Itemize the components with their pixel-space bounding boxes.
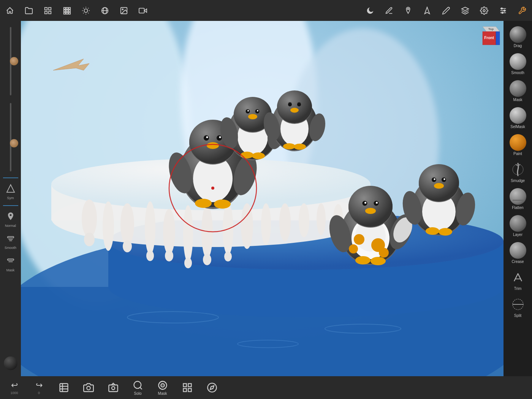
layers-button[interactable]: [459, 5, 471, 17]
camera2-icon: [108, 382, 119, 393]
drag-tool[interactable]: Drag: [505, 24, 531, 50]
sidebar-divider: [3, 177, 18, 178]
normal-icon: [6, 212, 15, 223]
svg-point-131: [376, 202, 378, 204]
selmask-label: SelMask: [510, 125, 525, 129]
svg-point-109: [252, 152, 265, 159]
svg-point-105: [248, 114, 257, 119]
sliders-button[interactable]: [497, 5, 509, 17]
crease-sphere: [510, 242, 526, 259]
normal-label: Normal: [5, 224, 16, 228]
camera2-button[interactable]: [104, 382, 122, 393]
flatten-label: Flatten: [512, 206, 524, 210]
video-button[interactable]: [137, 5, 149, 17]
environment-button[interactable]: [99, 5, 111, 17]
canvas-area[interactable]: [21, 21, 504, 376]
svg-point-132: [365, 208, 376, 214]
svg-point-70: [261, 203, 271, 245]
trim-tool[interactable]: Trim: [505, 267, 531, 293]
redo-count: 0: [38, 391, 40, 395]
grid-bottom-button[interactable]: [179, 382, 196, 393]
svg-rect-28: [139, 8, 144, 13]
svg-point-177: [161, 383, 164, 387]
svg-point-65: [163, 209, 175, 255]
sym-tool[interactable]: Sym: [1, 181, 20, 202]
svg-point-117: [290, 108, 299, 113]
svg-point-155: [439, 228, 452, 236]
paint-label: Paint: [513, 152, 522, 156]
svg-marker-39: [7, 185, 14, 192]
svg-point-103: [247, 110, 249, 112]
split-tool[interactable]: Split: [505, 294, 531, 320]
svg-line-175: [140, 387, 142, 389]
camera-button[interactable]: [80, 382, 97, 393]
canvas-background: [21, 21, 504, 376]
grid-button[interactable]: [61, 5, 73, 17]
smudge-tool[interactable]: Smudge: [505, 159, 531, 185]
svg-marker-27: [144, 9, 147, 12]
selmask-tool[interactable]: SelMask: [505, 105, 531, 131]
mask-bottom-label: Mask: [158, 391, 167, 396]
mask-tool[interactable]: Mask: [505, 78, 531, 104]
svg-point-76: [123, 240, 132, 252]
trim-label: Trim: [514, 287, 522, 291]
darkmode-button[interactable]: [364, 5, 376, 17]
svg-line-21: [88, 8, 89, 8]
svg-rect-172: [109, 385, 117, 392]
svg-point-149: [434, 178, 435, 180]
redo-button[interactable]: ↪ 0: [30, 380, 48, 395]
svg-point-151: [434, 183, 444, 189]
undo-button[interactable]: ↩ 1000: [6, 380, 23, 395]
svg-point-72: [299, 203, 309, 238]
scene-button[interactable]: [42, 5, 54, 17]
svg-rect-178: [183, 384, 186, 387]
files-button[interactable]: [23, 5, 35, 17]
svg-line-16: [83, 8, 84, 8]
settings-button[interactable]: [478, 5, 490, 17]
snap-button[interactable]: [402, 5, 414, 17]
size-slider[interactable]: [5, 27, 16, 95]
smooth-left-icon: [6, 234, 15, 245]
image-button[interactable]: [118, 5, 130, 17]
svg-point-94: [195, 199, 212, 208]
svg-point-71: [279, 203, 291, 241]
svg-point-140: [349, 244, 358, 253]
layers-bottom-button[interactable]: [55, 382, 72, 393]
smooth-tool[interactable]: Smooth: [505, 51, 531, 77]
mirror-button[interactable]: [421, 5, 433, 17]
svg-point-26: [122, 9, 123, 10]
sidebar-divider-2: [3, 205, 18, 206]
crease-tool[interactable]: Crease: [505, 240, 531, 266]
smudge-icon: [510, 161, 526, 178]
mask-bottom-button[interactable]: Mask: [154, 380, 171, 396]
stroke-button[interactable]: [440, 5, 452, 17]
compass-icon: [207, 382, 217, 393]
svg-point-150: [443, 178, 445, 180]
intensity-slider[interactable]: [5, 103, 16, 171]
mask-bottom-icon: [157, 380, 168, 391]
intensity-slider-container: [0, 100, 21, 174]
paint-tool[interactable]: Paint: [505, 132, 531, 158]
svg-rect-4: [64, 7, 66, 9]
home-button[interactable]: [4, 5, 16, 17]
smudge-label: Smudge: [511, 179, 525, 183]
normal-tool[interactable]: Normal: [1, 209, 20, 230]
solo-label: Solo: [134, 391, 141, 396]
orientation-cube[interactable]: Top Front: [477, 25, 502, 49]
svg-rect-181: [188, 388, 191, 391]
svg-point-75: [84, 233, 95, 246]
layer-tool[interactable]: Layer: [505, 213, 531, 239]
paint-sphere: [510, 134, 526, 151]
wrench-button[interactable]: [516, 5, 528, 17]
cube-top-label: Top: [488, 27, 494, 31]
svg-point-80: [203, 254, 211, 265]
layers-bottom-icon: [59, 382, 69, 393]
sphere-preview[interactable]: [4, 356, 17, 370]
flatten-tool[interactable]: Flatten: [505, 186, 531, 212]
smooth-tool-left[interactable]: Smooth: [1, 231, 20, 252]
pen-button[interactable]: [383, 5, 395, 17]
solo-button[interactable]: Solo: [129, 380, 146, 396]
compass-button[interactable]: [203, 382, 220, 393]
mask-tool-left[interactable]: Mask: [1, 254, 20, 275]
lighting-button[interactable]: [80, 5, 92, 17]
